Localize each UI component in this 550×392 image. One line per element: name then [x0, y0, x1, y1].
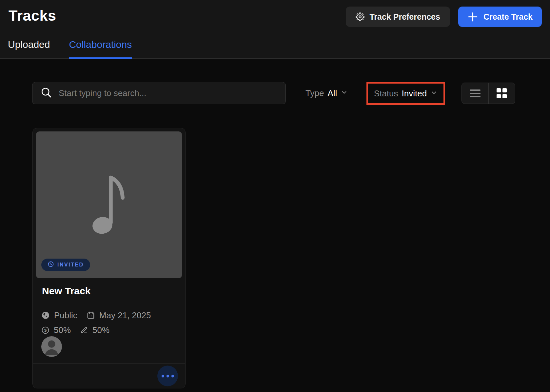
search-icon: [40, 87, 52, 100]
status-badge: INVITED: [41, 259, 90, 271]
header-actions: Track Preferences Create Track: [346, 7, 542, 27]
track-title: New Track: [42, 285, 90, 297]
svg-text:$: $: [44, 328, 47, 333]
track-meta-row: Public May 21, 2025: [41, 310, 151, 320]
track-date: May 21, 2025: [99, 310, 151, 321]
music-note-icon: [91, 172, 127, 238]
gear-icon: [356, 12, 364, 21]
card-menu-button[interactable]: [157, 366, 178, 386]
chevron-down-icon: [341, 88, 348, 98]
writer-split-value: 50%: [92, 325, 109, 335]
create-track-button[interactable]: Create Track: [458, 7, 542, 27]
track-preferences-label: Track Preferences: [369, 12, 440, 22]
page-title: Tracks: [9, 7, 56, 24]
tab-collaborations[interactable]: Collaborations: [69, 39, 132, 59]
collaborator-avatar: [41, 336, 62, 357]
grid-view-button[interactable]: [488, 83, 515, 104]
status-filter-label: Status: [374, 88, 398, 99]
royalty-split-value: 50%: [54, 325, 71, 335]
track-splits-row: $ 50% 50%: [41, 325, 109, 335]
create-track-label: Create Track: [483, 12, 533, 22]
status-filter-value: Invited: [402, 88, 427, 99]
type-filter-value: All: [327, 88, 337, 98]
list-view-button[interactable]: [462, 83, 488, 104]
tab-uploaded[interactable]: Uploaded: [8, 39, 50, 59]
dollar-icon: $: [41, 326, 49, 334]
calendar-icon: [87, 311, 95, 320]
status-badge-label: INVITED: [57, 262, 84, 268]
ellipsis-icon: [162, 375, 164, 377]
tabs: Uploaded Collaborations: [8, 39, 132, 59]
track-preferences-button[interactable]: Track Preferences: [346, 7, 450, 27]
search-input[interactable]: [59, 82, 278, 104]
list-view-icon: [470, 89, 481, 97]
search-bar[interactable]: [32, 82, 286, 104]
plus-icon: [467, 11, 478, 22]
view-toggle: [462, 83, 515, 104]
chevron-down-icon: [430, 88, 438, 99]
pen-icon: [80, 326, 88, 334]
type-filter-dropdown[interactable]: Type All: [305, 82, 348, 104]
grid-view-icon: [497, 88, 507, 98]
card-footer: [33, 363, 185, 388]
track-card[interactable]: INVITED New Track Public May 21, 2025: [32, 128, 186, 388]
type-filter-label: Type: [305, 88, 324, 98]
header: Tracks Track Preferences Create Track Up…: [0, 0, 550, 59]
track-visibility: Public: [54, 310, 77, 321]
status-filter-dropdown[interactable]: Status Invited: [366, 82, 445, 105]
clock-icon: [48, 261, 54, 269]
user-icon: [41, 352, 62, 357]
globe-icon: [41, 311, 50, 320]
track-artwork: INVITED: [36, 131, 182, 278]
